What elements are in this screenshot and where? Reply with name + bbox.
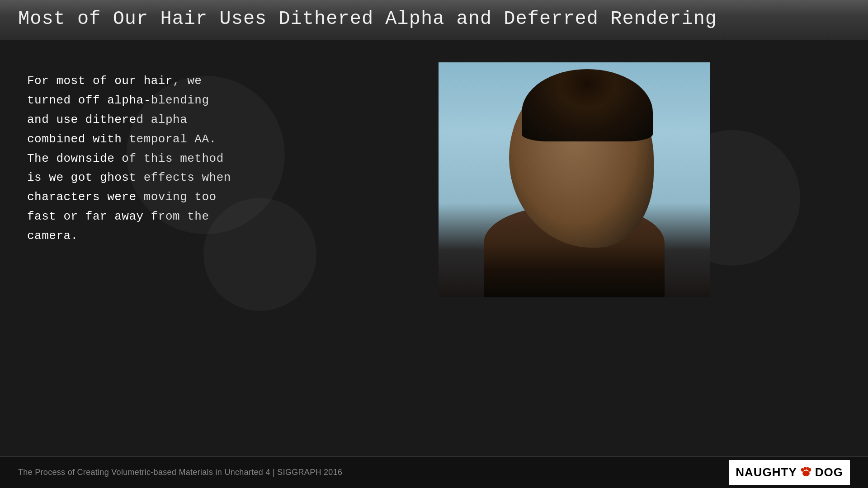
character-image bbox=[439, 62, 710, 297]
svg-point-4 bbox=[808, 468, 811, 472]
svg-point-1 bbox=[801, 468, 804, 472]
main-content: For most of our hair, we turned off alph… bbox=[0, 40, 868, 437]
logo-text-dog: DOG bbox=[815, 465, 843, 479]
logo-paw-icon bbox=[799, 464, 813, 481]
body-text: For most of our hair, we turned off alph… bbox=[27, 71, 280, 246]
footer-credit: The Process of Creating Volumetric-based… bbox=[18, 468, 342, 477]
slide-title: Most of Our Hair Uses Dithered Alpha and… bbox=[18, 8, 850, 30]
header-bar: Most of Our Hair Uses Dithered Alpha and… bbox=[0, 0, 868, 40]
character-image-inner bbox=[439, 62, 710, 297]
svg-point-0 bbox=[802, 470, 810, 476]
text-panel: For most of our hair, we turned off alph… bbox=[27, 58, 280, 246]
footer: The Process of Creating Volumetric-based… bbox=[0, 456, 868, 488]
char-hair bbox=[522, 69, 653, 141]
logo-text-naughty: NAUGHTY bbox=[736, 465, 797, 479]
svg-point-2 bbox=[804, 467, 807, 470]
image-panel bbox=[307, 58, 841, 297]
naughty-dog-logo: NAUGHTY DOG bbox=[729, 460, 850, 485]
